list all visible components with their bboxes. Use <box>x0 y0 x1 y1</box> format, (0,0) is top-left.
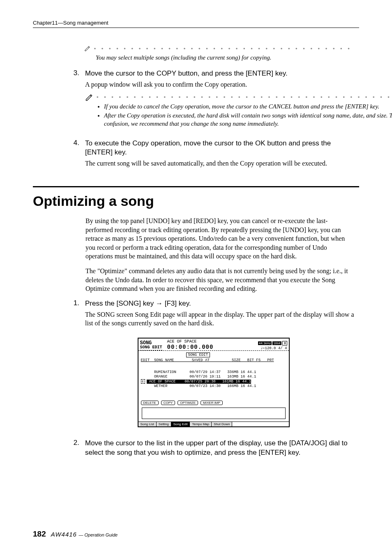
svg-line-3 <box>90 95 92 97</box>
svg-marker-2 <box>86 94 92 100</box>
section-divider <box>33 186 359 187</box>
step-4: 4. To execute the Copy operation, move t… <box>72 139 355 172</box>
step-number: 3. <box>72 69 79 135</box>
chapter-header: Chapter11—Song management <box>33 20 359 28</box>
scr-tab-shutdown: Shut Down <box>212 422 232 426</box>
scr-songedit-label: SONG EDIT <box>140 345 162 350</box>
tip-text-1: You may select multiple songs (including… <box>96 53 355 62</box>
scr-tempo-sig: ♩=120.0 4/ 4 <box>261 346 287 350</box>
scr-edit-marker: E <box>141 379 145 384</box>
body-paragraph: By using the top panel [UNDO] key and [R… <box>85 216 355 261</box>
step-2: 2. Move the cursor to the list in the up… <box>72 439 355 459</box>
scr-copy-button: COPY <box>161 401 175 405</box>
table-row: ORANGE 00/07/26 19:11 163MB 16 44.1 <box>141 375 256 379</box>
scr-optimize-button: OPTIMIZE <box>178 401 198 405</box>
page-number: 182 <box>33 530 46 539</box>
scr-tab-songedit: Song Edit <box>171 422 190 426</box>
scr-column-headers: EDIT SONG NAME SAVED AT SIZE BIT FS PRT <box>141 358 286 362</box>
table-row: RUMINATION 00/07/29 14:37 336MB 16 44.1 <box>141 370 256 374</box>
scr-button-row: DELETE COPY OPTIMIZE MIXER IMP <box>141 401 289 405</box>
step-number: 2. <box>72 439 79 459</box>
scr-tab-setting: Setting <box>157 422 171 426</box>
step-paragraph: The SONG screen Song Edit page will appe… <box>85 310 355 328</box>
arrow-icon: → <box>156 299 163 307</box>
step-heading: Move the cursor to the list in the upper… <box>85 439 355 458</box>
step-heading-part-b: [F3] key. <box>163 299 191 307</box>
scr-lock-icon: ⏸ <box>282 341 287 345</box>
scr-mixerimp-button: MIXER IMP <box>201 401 223 405</box>
tip-dots: • • • • • • • • • • • • • • • • • • • • … <box>97 94 392 100</box>
scr-delete-button: DELETE <box>141 401 159 405</box>
lcd-screenshot: SONG SONG EDIT ACE OF SPACE 00:00:00.000… <box>138 338 290 428</box>
svg-marker-0 <box>85 46 90 51</box>
pencil-icon <box>84 44 91 53</box>
body-paragraph: The "Optimize" command deletes any audio… <box>85 267 355 293</box>
pencil-icon <box>85 93 93 101</box>
step-heading: Press the [SONG] key → [F3] key. <box>85 299 355 309</box>
scr-song-table: RUMINATION 00/07/29 14:37 336MB 16 44.1 … <box>141 366 286 394</box>
svg-line-1 <box>88 47 89 48</box>
footer-guide: — Operation Guide <box>78 532 118 537</box>
footer-model: AW4416 <box>51 531 77 538</box>
tip-block-1: • • • • • • • • • • • • • • • • • • • • … <box>84 44 355 62</box>
scr-timecode: 00:00:00.000 <box>167 344 214 350</box>
step-heading-part-a: Press the [SONG] key <box>85 299 156 307</box>
step-1: 1. Press the [SONG] key → [F3] key. The … <box>72 299 355 332</box>
step-heading: To execute the Copy operation, move the … <box>85 139 355 158</box>
scr-bitdepth-badge: 16bit <box>272 341 281 345</box>
tip-block-2: • • • • • • • • • • • • • • • • • • • • … <box>85 93 392 128</box>
step-number: 1. <box>72 299 79 332</box>
tip-bullet-list: If you decide to cancel the Copy operati… <box>104 102 392 128</box>
step-3: 3. Move the cursor to the COPY button, a… <box>72 69 355 135</box>
tip-bullet: After the Copy operation is executed, th… <box>104 111 392 128</box>
scr-section-label: SONG EDIT <box>186 352 210 357</box>
tip-bullet: If you decide to cancel the Copy operati… <box>104 102 392 111</box>
scr-tab-songlist: Song List <box>138 422 157 426</box>
tip-dots: • • • • • • • • • • • • • • • • • • • • … <box>94 46 355 52</box>
scr-tab-bar: Song List Setting Song Edit Tempo Map Sh… <box>138 421 289 426</box>
step-paragraph: The current song will be saved automatic… <box>85 159 355 168</box>
step-number: 4. <box>72 139 79 172</box>
scr-message-area <box>142 408 286 419</box>
scr-samplerate-badge: 44.1kHz <box>258 341 272 345</box>
page-footer: 182 AW4416 — Operation Guide <box>33 530 118 539</box>
section-title: Optimizing a song <box>33 193 359 209</box>
scr-current-song-title: ACE OF SPACE <box>167 339 214 344</box>
scr-tab-tempomap: Tempo Map <box>190 422 212 426</box>
step-heading: Move the cursor to the COPY button, and … <box>85 69 392 78</box>
table-row: WETHER 00/07/23 14:30 166MB 16 44.1 <box>141 384 256 388</box>
table-row-selected: E ACE OF SPACE 00/07/25 20:38 161MB 16 4… <box>141 380 251 384</box>
step-paragraph: A popup window will ask you to confirm t… <box>85 80 392 89</box>
